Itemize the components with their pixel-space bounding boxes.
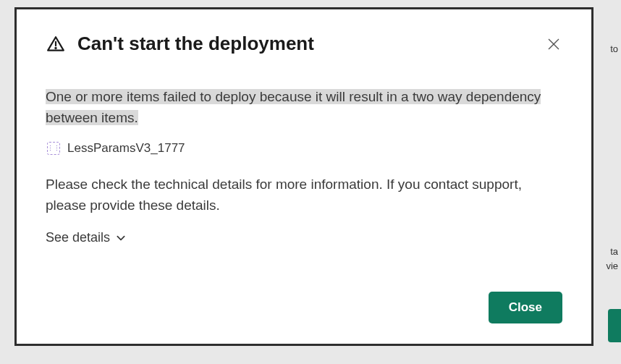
svg-point-1 <box>55 47 56 48</box>
failed-item-row: ⋮⋮ LessParamsV3_1777 <box>46 141 562 156</box>
dialog-header: Can't start the deployment <box>46 33 562 55</box>
close-icon[interactable] <box>545 35 562 53</box>
chevron-down-icon <box>116 233 126 243</box>
sub-message: Please check the technical details for m… <box>46 174 562 216</box>
see-details-label: See details <box>46 230 110 245</box>
dialog-footer: Close <box>46 292 562 323</box>
title-group: Can't start the deployment <box>46 33 314 55</box>
bg-text: to <box>610 43 618 54</box>
see-details-toggle[interactable]: See details <box>46 230 562 245</box>
bg-text: vie <box>606 261 618 271</box>
warning-icon <box>46 34 66 54</box>
failed-item-name: LessParamsV3_1777 <box>67 141 185 156</box>
dialog-title: Can't start the deployment <box>77 33 314 55</box>
error-dialog: Can't start the deployment One or more i… <box>14 7 593 346</box>
background-button-fragment <box>608 309 621 342</box>
item-type-icon: ⋮⋮ <box>47 142 60 155</box>
close-button[interactable]: Close <box>489 292 562 323</box>
bg-text: ta <box>610 246 618 257</box>
error-message: One or more items failed to deploy becau… <box>46 87 562 128</box>
error-message-text: One or more items failed to deploy becau… <box>46 89 541 125</box>
